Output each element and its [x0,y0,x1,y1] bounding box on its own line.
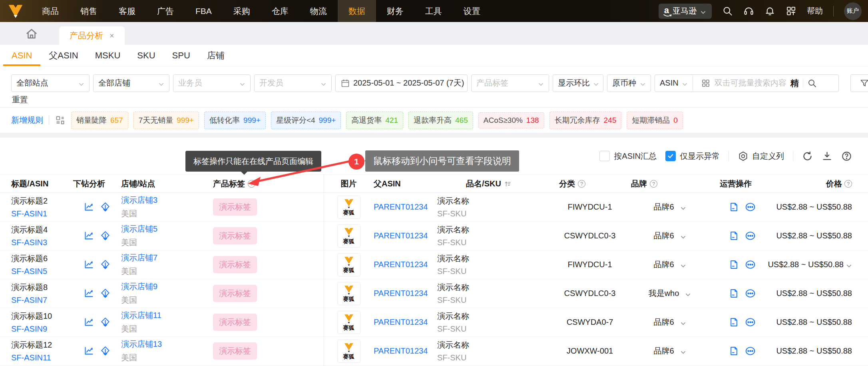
compare-select[interactable]: 显示环比 [553,74,603,92]
notes-doc-icon[interactable] [729,202,739,212]
trend-chart-icon[interactable] [84,317,94,328]
search-submit-icon[interactable] [807,78,817,88]
chevron-down-icon[interactable] [685,290,691,296]
search-icon[interactable] [722,6,733,16]
product-tag-pill[interactable]: 演示标签 [213,314,257,331]
drilldown-icon[interactable] [100,317,111,328]
chevron-down-icon[interactable] [680,233,686,239]
alert-badge[interactable]: 低转化率 999+ [204,112,266,129]
asin-link[interactable]: SF-ASIN11 [11,353,51,362]
checkbox-checked-icon[interactable] [665,151,676,161]
drilldown-icon[interactable] [100,230,111,241]
brand-cell[interactable]: 品牌6 [621,317,709,328]
asin-link[interactable]: SF-ASIN5 [11,267,47,276]
shop-link[interactable]: 演示店铺5 [121,224,157,234]
product-tag-pill[interactable]: 演示标签 [213,256,257,273]
alert-badge[interactable]: 高退货率 421 [346,112,403,129]
sellfox-logo-icon[interactable] [0,0,31,22]
refresh-icon[interactable] [802,151,813,162]
dimension-tab[interactable]: MSKU [87,45,129,66]
brand-cell[interactable]: 品牌6 [621,259,709,270]
trend-chart-icon[interactable] [84,259,94,270]
nav-menu-item[interactable]: 仓库 [261,0,299,22]
col-name-sku[interactable]: 品名/SKU [429,178,549,189]
nav-menu-item[interactable]: 销售 [70,0,108,22]
summarize-by-asin-checkbox[interactable]: 按ASIN汇总 [599,151,657,162]
product-image[interactable]: 赛狐 [337,224,360,248]
alert-badge[interactable]: ACoS≥30% 138 [478,112,544,128]
chevron-down-icon[interactable] [680,262,686,268]
col-price[interactable]: 价格? [764,178,852,189]
rule-layout-icon[interactable] [55,115,66,126]
chevron-down-icon[interactable] [680,348,686,354]
product-tag-pill[interactable]: 演示标签 [213,342,257,360]
shop-link[interactable]: 演示店铺9 [121,281,157,292]
alert-badge[interactable]: 退款率升高 465 [408,112,473,129]
nav-menu-item[interactable]: 采购 [223,0,261,22]
col-parent[interactable]: 父ASIN [374,178,429,189]
product-tag-select[interactable]: 产品标签 [471,74,549,92]
product-tag-pill[interactable]: 演示标签 [213,285,257,302]
col-shop[interactable]: 店铺/站点 [121,178,213,189]
notes-doc-icon[interactable] [729,288,739,299]
shop-link[interactable]: 演示店铺11 [121,310,161,321]
more-actions-icon[interactable] [745,346,756,356]
more-actions-icon[interactable] [745,259,756,270]
drilldown-icon[interactable] [100,288,111,299]
parent-asin-link[interactable]: PARENT01234 [374,346,428,356]
marketplace-selector[interactable]: a 亚马逊 [659,4,712,19]
nav-menu-item[interactable]: 工具 [414,0,453,22]
more-actions-icon[interactable] [745,202,756,212]
alert-badge[interactable]: 星级评分<4 999+ [271,112,341,129]
trend-chart-icon[interactable] [84,230,94,241]
chevron-down-icon[interactable] [680,319,686,325]
shop-select[interactable]: 全部店铺 [93,74,169,92]
product-image[interactable]: 赛狐 [337,311,360,334]
col-brand[interactable]: 品牌? [621,178,709,189]
date-range-picker[interactable]: 2025-05-01 ~ 2025-05-07 (7天) [335,74,468,92]
product-image[interactable]: 赛狐 [337,282,360,305]
dimension-tab[interactable]: SPU [164,45,199,66]
nav-menu-item[interactable]: 数据 [338,0,376,22]
col-ops[interactable]: 运营操作 [709,178,764,189]
trend-chart-icon[interactable] [84,202,94,212]
custom-columns-button[interactable]: 自定义列 [738,151,784,162]
col-title[interactable]: 标题/ASIN [11,178,73,189]
nav-menu-item[interactable]: FBA [185,0,223,22]
question-circle-icon[interactable]: ? [578,180,585,188]
chevron-down-icon[interactable] [680,204,686,210]
notes-doc-icon[interactable] [729,317,739,328]
nav-menu-item[interactable]: 设置 [453,0,491,22]
more-actions-icon[interactable] [745,230,756,241]
alert-badge[interactable]: 短期滞销品 0 [627,112,683,129]
trend-chart-icon[interactable] [84,346,94,356]
shop-link[interactable]: 演示店铺3 [121,195,157,206]
currency-select[interactable]: 原币种 [607,74,651,92]
add-rule-button[interactable]: 新增规则 [11,115,43,126]
col-drill[interactable]: 下钻分析 [73,178,121,189]
nav-menu-item[interactable]: 商品 [31,0,70,22]
product-image[interactable]: 赛狐 [337,196,360,219]
asin-link[interactable]: SF-ASIN3 [11,238,47,247]
help-circle-icon[interactable] [841,151,852,162]
parent-asin-link[interactable]: PARENT01234 [374,318,428,327]
more-actions-icon[interactable] [745,288,756,299]
help-link[interactable]: 帮助 [807,6,823,16]
trend-chart-icon[interactable] [84,288,94,299]
advanced-filter-button[interactable] [850,74,868,92]
price-expand-icon[interactable] [846,262,852,268]
apps-grid-icon[interactable] [786,6,796,16]
developer-select[interactable]: 开发员 [254,74,332,92]
notes-doc-icon[interactable] [729,230,739,241]
dimension-tab[interactable]: 店铺 [199,45,233,66]
notes-doc-icon[interactable] [729,259,739,270]
brand-cell[interactable]: 品牌6 [621,202,709,212]
product-image[interactable]: 赛狐 [337,253,360,276]
parent-asin-link[interactable]: PARENT01234 [374,260,428,269]
notes-doc-icon[interactable] [729,346,739,356]
precise-toggle[interactable]: 精 [790,78,799,89]
download-icon[interactable] [822,151,832,162]
brand-cell[interactable]: 品牌6 [621,346,709,356]
asin-link[interactable]: SF-ASIN1 [11,209,47,218]
drilldown-icon[interactable] [100,202,111,212]
